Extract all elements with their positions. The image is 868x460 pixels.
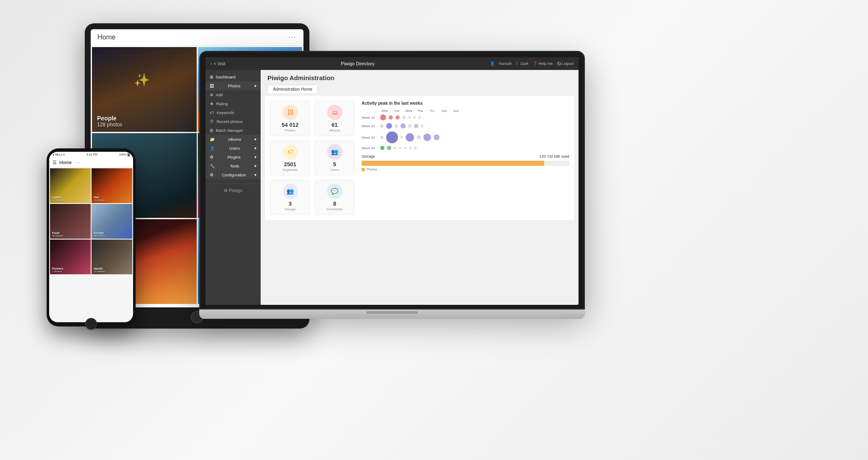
- sidebar-section-config[interactable]: ⚙ Configuration ▾: [206, 170, 261, 179]
- photos-label: Photos: [274, 128, 306, 132]
- dot-w32-sat: [414, 124, 418, 128]
- groups-stat-icon: 👥: [283, 184, 298, 199]
- username-label[interactable]: hannah: [499, 61, 512, 66]
- page-title: Piwigo Administration: [267, 74, 572, 81]
- dot-w32-sun: [421, 125, 423, 127]
- phone-cell-flowers2[interactable]: Flowers 7 photos: [50, 240, 91, 274]
- storage-fill: [362, 161, 544, 166]
- laptop: ‹ < Visit Piwigo Directory 👤 hannah ☾ Da…: [199, 51, 585, 339]
- sidebar-piwigo-logo: ⚙ Piwigo: [206, 184, 261, 197]
- add-icon: ⊕: [210, 92, 213, 97]
- albums-stat-icon: 🗂: [327, 105, 342, 120]
- dot-w31-wed: [395, 115, 400, 120]
- chart-row-week34: Week 34: [362, 146, 569, 150]
- sidebar-section-albums[interactable]: 📁 Albums ▾: [206, 135, 261, 144]
- dot-w33-wed: [401, 136, 403, 139]
- dot-w31-tue: [389, 115, 393, 120]
- tablet-cell-people[interactable]: People 128 photos: [92, 47, 197, 132]
- comments-label: Comments: [318, 207, 351, 211]
- stat-card-users: 👥 5 Users: [314, 140, 355, 176]
- sidebar-section-photos[interactable]: 🖼 Photos ▾: [206, 81, 261, 90]
- phone-topbar: ☰ Home ···: [49, 158, 133, 167]
- dot-w34-mon: [380, 146, 384, 150]
- sidebar-item-dashboard[interactable]: ⊞ Dashboard: [206, 72, 261, 81]
- albums-chevron-icon: ▾: [254, 137, 256, 142]
- storage-header: Storage 120.732 MB used: [362, 154, 569, 159]
- dot-w31-sat: [413, 116, 416, 119]
- sidebar-section-users[interactable]: 👤 Users ▾: [206, 144, 261, 153]
- visit-button[interactable]: ‹ < Visit: [211, 61, 225, 66]
- help-button[interactable]: ❓ Help me: [533, 61, 553, 66]
- albums-label: Albums: [318, 128, 351, 132]
- photos-count: 54 012: [274, 122, 306, 128]
- comments-stat-icon: 💬: [327, 184, 342, 199]
- tools-icon: 🔧: [210, 164, 215, 168]
- topbar-actions: 👤 hannah ☾ Dark ❓ Help me ⏻ Logout: [490, 61, 573, 66]
- phone: ● BELL ▾ 4:31 PM 100% ▓ ☰ Home ··· Light…: [47, 148, 136, 326]
- phone-time: 4:31 PM: [86, 153, 97, 156]
- dot-w33-mon: [380, 136, 384, 139]
- phone-menu-dots[interactable]: ···: [74, 159, 81, 165]
- phone-battery: 100% ▓: [119, 153, 130, 156]
- dot-w32-mon: [380, 124, 384, 128]
- groups-label: Groups: [274, 207, 306, 211]
- admin-body: ⊞ Dashboard 🖼 Photos ▾ ⊕ Add: [206, 70, 579, 305]
- day-mon: Mon: [380, 109, 389, 113]
- week31-label: Week 31: [362, 116, 378, 120]
- sidebar-section-plugins[interactable]: ⚙ Plugins ▾: [206, 153, 261, 162]
- dark-mode-button[interactable]: ☾ Dark: [516, 61, 529, 66]
- keywords-stat-icon: 🏷: [283, 144, 298, 159]
- phone-cell-handshake[interactable]: Hands 12 photos: [92, 240, 132, 274]
- photos-label: Photos: [228, 84, 241, 88]
- photos-icon: 🖼: [210, 84, 214, 88]
- admin-main-area: 🖼 54 012 Photos 🗂 61 Albums: [265, 96, 574, 220]
- phone-title: Home: [59, 160, 72, 165]
- day-tue: Tue: [392, 109, 401, 113]
- day-fri: Fri: [428, 109, 437, 113]
- sidebar-item-keywords[interactable]: 🏷 Keywords: [206, 108, 261, 117]
- dot-w32-thu: [401, 123, 406, 128]
- admin-home-tab[interactable]: Administration Home: [267, 85, 318, 93]
- sidebar-section-tools[interactable]: 🔧 Tools ▾: [206, 162, 261, 170]
- user-icon: 👤: [490, 61, 495, 66]
- admin-content-header: Piwigo Administration Administration Hom…: [261, 70, 579, 96]
- sidebar-item-recent[interactable]: ⏱ Recent photos: [206, 117, 261, 126]
- dot-w34-fri: [404, 147, 406, 149]
- sidebar-item-rating[interactable]: ★ Rating: [206, 99, 261, 108]
- admin-content: Piwigo Administration Administration Hom…: [261, 70, 579, 305]
- tablet-menu-dots[interactable]: ···: [289, 33, 297, 41]
- chart-row-week33: Week 33: [362, 131, 569, 143]
- phone-cell-food[interactable]: Food 30 photos: [50, 204, 91, 239]
- users-label: Users: [318, 168, 351, 172]
- plugins-label: Plugins: [227, 155, 240, 159]
- tools-chevron-icon: ▾: [254, 164, 256, 168]
- dot-w32-fri: [408, 124, 412, 128]
- logout-button[interactable]: ⏻ Logout: [557, 61, 573, 66]
- storage-legend-dot: [362, 168, 365, 171]
- phone-frame: ● BELL ▾ 4:31 PM 100% ▓ ☰ Home ··· Light…: [47, 148, 136, 326]
- laptop-screen: ‹ < Visit Piwigo Directory 👤 hannah ☾ Da…: [206, 57, 579, 305]
- directory-title: Piwigo Directory: [341, 61, 374, 66]
- day-wed: Wed: [404, 109, 413, 113]
- batch-label: Batch Manager: [216, 128, 243, 133]
- phone-cell-fire[interactable]: Fire 15 photos: [92, 168, 132, 203]
- dot-w34-tue: [387, 146, 391, 150]
- stat-card-photos: 🖼 54 012 Photos: [270, 101, 310, 136]
- sidebar-item-batch[interactable]: ⊞ Batch Manager: [206, 126, 261, 135]
- phone-cell-lightbulb[interactable]: Lights 25 photos: [50, 168, 91, 203]
- photos-chevron-icon: ▾: [254, 84, 256, 88]
- storage-legend: Photos: [362, 167, 569, 171]
- phone-home-button[interactable]: [85, 318, 97, 330]
- keywords-label: Keywords: [217, 110, 234, 115]
- users-label: Users: [229, 146, 240, 151]
- users-chevron-icon: ▾: [254, 146, 256, 151]
- admin-topbar: ‹ < Visit Piwigo Directory 👤 hannah ☾ Da…: [206, 57, 579, 70]
- phone-cell-eiffel[interactable]: Europe 40 photos: [92, 204, 132, 239]
- rating-label: Rating: [216, 101, 228, 106]
- storage-used: 120.732 MB used: [539, 154, 569, 159]
- albums-label: Albums: [228, 137, 242, 142]
- sidebar-item-add[interactable]: ⊕ Add: [206, 90, 261, 99]
- hamburger-icon[interactable]: ☰: [53, 160, 57, 165]
- tablet-cell-label-people: People 128 photos: [97, 115, 122, 128]
- chart-day-headers: Mon Tue Wed Thu Fri Sat Sun: [380, 109, 569, 113]
